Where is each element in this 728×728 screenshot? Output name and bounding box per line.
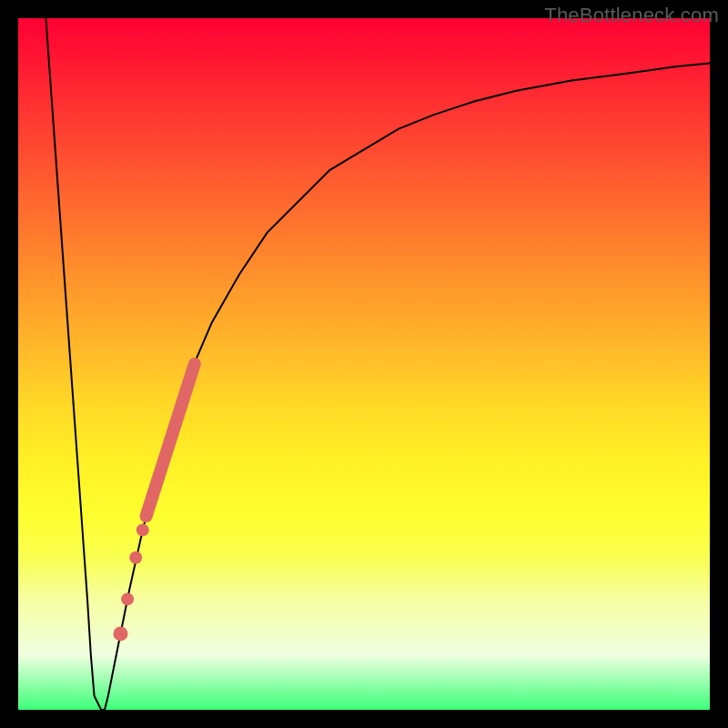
marker-group	[113, 364, 194, 641]
chart-frame: TheBottleneck.com	[0, 0, 728, 728]
dot-1	[136, 523, 149, 536]
highlight-segment	[147, 364, 195, 516]
dot-3	[121, 592, 134, 605]
series-group	[46, 18, 710, 710]
plot-area	[18, 18, 710, 710]
dot-2	[129, 551, 142, 564]
bottleneck-curve-right	[105, 63, 710, 710]
bottleneck-curve-left	[46, 18, 105, 710]
chart-svg	[18, 18, 710, 710]
watermark-text: TheBottleneck.com	[544, 4, 719, 27]
dot-4	[113, 626, 127, 641]
